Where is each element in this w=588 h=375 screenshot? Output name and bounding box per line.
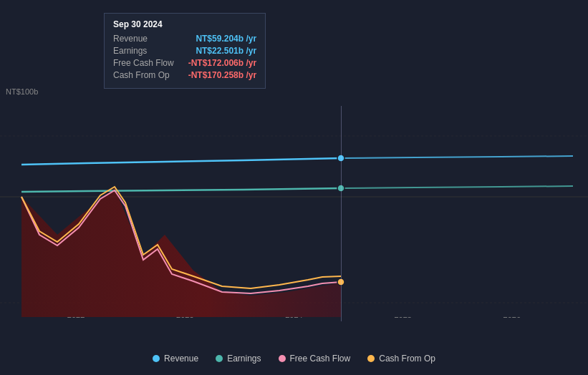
legend-item-cfo: Cash From Op <box>367 354 435 364</box>
tooltip-label-revenue: Revenue <box>113 34 148 44</box>
tooltip-row-earnings: Earnings NT$22.501b /yr <box>113 46 256 56</box>
tooltip-row-cfo: Cash From Op -NT$170.258b /yr <box>113 70 256 80</box>
legend-dot-fcf <box>279 355 286 362</box>
tooltip-label-fcf: Free Cash Flow <box>113 58 174 68</box>
legend-item-fcf: Free Cash Flow <box>279 354 351 364</box>
legend-item-earnings: Earnings <box>216 354 261 364</box>
tooltip-value-revenue: NT$59.204b /yr <box>196 34 256 44</box>
chart-svg <box>0 106 588 317</box>
legend: Revenue Earnings Free Cash Flow Cash Fro… <box>0 354 588 364</box>
chart-container: Sep 30 2024 Revenue NT$59.204b /yr Earni… <box>0 0 588 375</box>
tooltip-row-fcf: Free Cash Flow -NT$172.006b /yr <box>113 58 256 68</box>
y-label-top: NT$100b <box>6 87 38 96</box>
legend-label-revenue: Revenue <box>164 354 198 364</box>
tooltip-label-cfo: Cash From Op <box>113 70 170 80</box>
tooltip: Sep 30 2024 Revenue NT$59.204b /yr Earni… <box>104 13 266 89</box>
legend-label-earnings: Earnings <box>227 354 261 364</box>
tooltip-date: Sep 30 2024 <box>113 19 256 29</box>
tooltip-row-revenue: Revenue NT$59.204b /yr <box>113 34 256 44</box>
legend-dot-revenue <box>153 355 160 362</box>
legend-dot-cfo <box>367 355 375 362</box>
legend-label-cfo: Cash From Op <box>379 354 435 364</box>
legend-label-fcf: Free Cash Flow <box>290 354 351 364</box>
tooltip-value-fcf: -NT$172.006b /yr <box>188 58 256 68</box>
tooltip-value-cfo: -NT$170.258b /yr <box>188 70 256 80</box>
divider-line <box>341 106 342 321</box>
tooltip-value-earnings: NT$22.501b /yr <box>196 46 256 56</box>
legend-dot-earnings <box>216 355 223 362</box>
tooltip-label-earnings: Earnings <box>113 46 147 56</box>
legend-item-revenue: Revenue <box>153 354 198 364</box>
